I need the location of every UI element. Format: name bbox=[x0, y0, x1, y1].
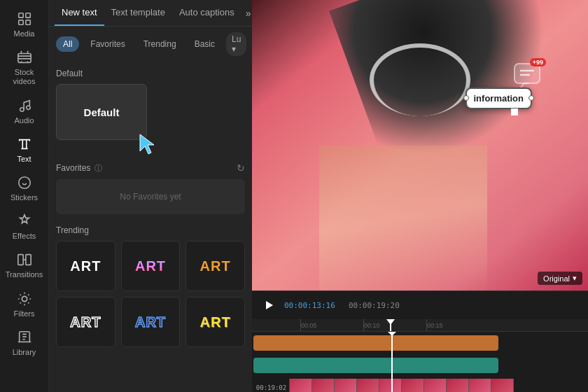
ruler-mark-00:10: 00:10 bbox=[364, 322, 380, 329]
thumb-3 bbox=[357, 379, 379, 392]
tab-auto-captions[interactable]: Auto captions bbox=[172, 0, 241, 26]
time-separator bbox=[341, 301, 343, 309]
film-icon bbox=[17, 50, 32, 65]
sidebar-item-stock[interactable]: Stock videos bbox=[0, 44, 48, 92]
text-panel: New text Text template Auto captions » A… bbox=[49, 0, 252, 392]
tracks-container: 00:19:02 bbox=[252, 332, 588, 392]
sidebar-item-audio[interactable]: Audio bbox=[0, 92, 48, 131]
svg-rect-2 bbox=[18, 20, 22, 24]
video-preview: +99 information Original ▾ bbox=[252, 0, 588, 290]
thumb-9 bbox=[491, 379, 514, 392]
svg-marker-11 bbox=[140, 134, 154, 154]
svg-rect-8 bbox=[18, 255, 22, 265]
favorites-header: Favorites ⓘ ↻ bbox=[56, 162, 245, 174]
thumb-2 bbox=[335, 379, 357, 392]
trending-label-3: ART bbox=[70, 314, 101, 330]
track-clip-teal[interactable] bbox=[253, 358, 498, 373]
filters-icon bbox=[17, 291, 32, 307]
sidebar: Media Stock videos Audio Text Stickers E… bbox=[0, 0, 49, 392]
sidebar-item-label-library: Library bbox=[13, 348, 36, 357]
svg-marker-15 bbox=[266, 301, 273, 309]
thumbnail-strip bbox=[290, 379, 514, 392]
info-text-label: information bbox=[474, 93, 524, 104]
track-row-3: 00:19:02 bbox=[252, 377, 588, 392]
track-row-2 bbox=[252, 354, 588, 377]
trending-card-1[interactable]: ART bbox=[121, 241, 181, 291]
track-clip-orange[interactable] bbox=[253, 335, 498, 351]
trending-card-4[interactable]: ART bbox=[121, 297, 181, 347]
timeline-ruler: 00:05 00:10 00:15 bbox=[252, 319, 588, 332]
sidebar-item-transitions[interactable]: Transitions bbox=[0, 246, 48, 285]
ruler-mark-00:15: 00:15 bbox=[427, 322, 443, 329]
trending-card-2[interactable]: ART bbox=[186, 241, 245, 291]
original-badge[interactable]: Original ▾ bbox=[538, 272, 582, 285]
trending-label-2: ART bbox=[200, 258, 231, 274]
filter-dropdown[interactable]: Lu ▾ bbox=[226, 32, 246, 56]
music-icon bbox=[17, 98, 32, 113]
default-text-card[interactable]: Default bbox=[56, 84, 147, 140]
anchor-dot bbox=[511, 108, 518, 115]
grid-icon bbox=[17, 11, 32, 27]
transitions-icon bbox=[17, 252, 32, 267]
preview-area: +99 information Original ▾ 00:00:13:16 bbox=[252, 0, 588, 392]
tab-text-template[interactable]: Text template bbox=[104, 0, 172, 26]
track-row-1 bbox=[252, 332, 588, 354]
ruler-mark-00:05: 00:05 bbox=[301, 322, 317, 329]
trending-section-title: Trending bbox=[56, 225, 245, 235]
sidebar-item-text[interactable]: Text bbox=[0, 131, 48, 169]
filter-all[interactable]: All bbox=[56, 36, 79, 52]
more-tabs-icon[interactable]: » bbox=[241, 4, 252, 23]
thumb-0 bbox=[290, 379, 312, 392]
svg-rect-0 bbox=[18, 13, 22, 18]
panel-content: Default Default Favorites ⓘ ↻ No Favorit… bbox=[49, 62, 252, 392]
sidebar-item-label-audio: Audio bbox=[14, 116, 34, 125]
sidebar-item-label-effects: Effects bbox=[13, 232, 36, 241]
filter-favorites[interactable]: Favorites bbox=[83, 36, 132, 52]
info-text-overlay[interactable]: information bbox=[465, 88, 533, 109]
sidebar-item-stickers[interactable]: Stickers bbox=[0, 169, 48, 208]
sidebar-item-label-transitions: Transitions bbox=[6, 270, 43, 279]
library-icon bbox=[17, 330, 32, 345]
play-button[interactable] bbox=[259, 295, 279, 315]
sidebar-item-media[interactable]: Media bbox=[0, 6, 48, 44]
original-label: Original bbox=[543, 274, 570, 283]
thumb-5 bbox=[402, 379, 424, 392]
cursor-arrow-icon bbox=[136, 132, 161, 157]
timeline-area: 00:00:13:16 00:00:19:20 00:05 00:10 00:1… bbox=[252, 290, 588, 392]
text-icon bbox=[17, 136, 32, 152]
panel-tabs: New text Text template Auto captions » bbox=[49, 0, 252, 27]
play-icon bbox=[264, 300, 274, 310]
favorites-empty-message: No Favorites yet bbox=[56, 179, 245, 214]
sidebar-item-filters[interactable]: Filters bbox=[0, 286, 48, 324]
timestamp-label: 00:19:02 bbox=[256, 384, 286, 391]
svg-point-5 bbox=[20, 107, 23, 111]
current-time-display: 00:00:13:16 bbox=[284, 301, 335, 310]
trending-label-5: ART bbox=[200, 314, 231, 330]
filter-basic[interactable]: Basic bbox=[188, 36, 222, 52]
trending-label-0: ART bbox=[70, 258, 101, 274]
filter-trending[interactable]: Trending bbox=[136, 36, 183, 52]
svg-rect-9 bbox=[25, 255, 30, 265]
sidebar-item-label-stock: Stock videos bbox=[3, 68, 46, 86]
default-section-title: Default bbox=[56, 69, 245, 78]
thumb-8 bbox=[469, 379, 491, 392]
favorites-refresh-icon[interactable]: ↻ bbox=[237, 162, 245, 174]
thumb-1 bbox=[312, 379, 335, 392]
default-card-label: Default bbox=[84, 106, 120, 118]
trending-card-5[interactable]: ART bbox=[186, 297, 245, 347]
sidebar-item-label-text: Text bbox=[17, 155, 31, 164]
trending-card-0[interactable]: ART bbox=[56, 241, 115, 291]
trending-grid: ART ART ART ART ART ART bbox=[56, 241, 245, 347]
thumb-4 bbox=[379, 379, 402, 392]
svg-point-6 bbox=[26, 106, 30, 110]
sidebar-item-effects[interactable]: Effects bbox=[0, 208, 48, 246]
tab-new-text[interactable]: New text bbox=[55, 0, 104, 26]
sidebar-item-label-media: Media bbox=[14, 29, 35, 38]
sidebar-item-label-stickers: Stickers bbox=[10, 193, 38, 202]
timeline-controls: 00:00:13:16 00:00:19:20 bbox=[252, 291, 588, 319]
sidebar-item-library[interactable]: Library bbox=[0, 324, 48, 363]
total-time-display: 00:00:19:20 bbox=[349, 301, 400, 310]
thumb-7 bbox=[447, 379, 469, 392]
sidebar-item-label-filters: Filters bbox=[14, 309, 35, 318]
trending-card-3[interactable]: ART bbox=[56, 297, 115, 347]
